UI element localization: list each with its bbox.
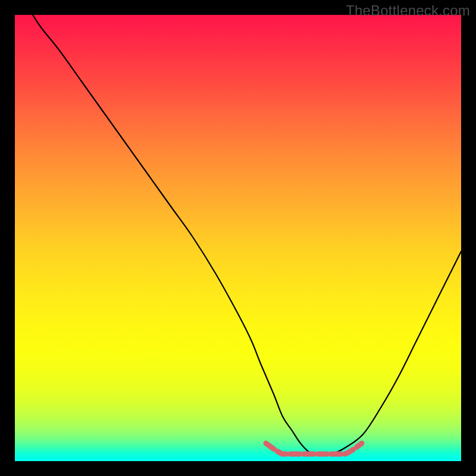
flat-marker — [266, 443, 362, 454]
curve-path — [33, 15, 461, 455]
bottleneck-curve — [15, 15, 461, 461]
watermark-text: TheBottleneck.com — [346, 2, 470, 19]
chart-frame: TheBottleneck.com — [0, 0, 476, 476]
plot-area — [15, 15, 461, 461]
